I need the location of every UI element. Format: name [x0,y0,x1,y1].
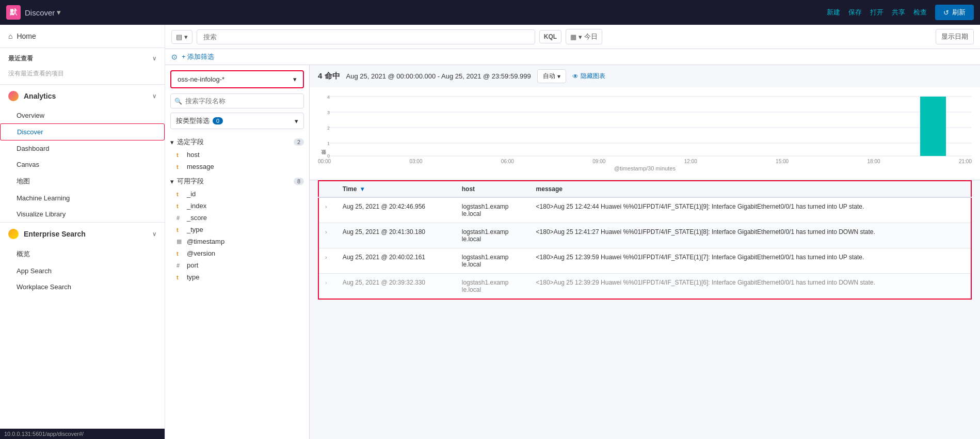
sidebar-item-discover[interactable]: Discover [0,123,165,140]
fields-search-input[interactable] [170,93,304,108]
type-filter[interactable]: 按类型筛选 0 ▾ [170,113,304,129]
date-label: 今日 [584,32,598,41]
new-button[interactable]: 新建 [827,5,840,20]
field-timestamp[interactable]: ▦ @timestamp [165,236,309,247]
field-message[interactable]: t message [165,161,309,173]
field-score[interactable]: # _score [165,212,309,224]
field-name: @timestamp [187,238,224,245]
row-host: logstash1.example.local [456,274,530,300]
sidebar-item-ml[interactable]: Machine Learning [0,190,165,206]
hide-chart-button[interactable]: 👁 隐藏图表 [572,72,605,81]
expand-cell[interactable]: › [318,197,336,223]
field-type-icon: t [176,227,184,233]
svg-text:0: 0 [327,153,330,159]
available-label: 可用字段 [177,177,204,186]
row-time: Aug 25, 2021 @ 20:41:30.180 [336,223,456,248]
col-message: message [530,181,971,197]
open-button[interactable]: 打开 [870,5,883,20]
sidebar-item-appsearch[interactable]: App Search [0,263,165,279]
field-name: port [187,261,198,269]
app-title: Discover ▾ [25,8,61,17]
eye-icon: 👁 [572,73,579,80]
field-version[interactable]: t @version [165,247,309,259]
table-row: › Aug 25, 2021 @ 20:41:30.180 logstash1.… [318,223,971,248]
field-name: type [187,273,200,281]
col-time[interactable]: Time ▾ [336,181,456,197]
discover-body: oss-ne-infolog-* ▾ 🔍 按类型筛选 0 ▾ ▾ 选定字段 [165,65,980,439]
add-filter-button[interactable]: + 添加筛选 [182,52,214,61]
time-header: Time [343,185,357,193]
recent-chevron[interactable]: ∨ [152,55,156,62]
field-name: _id [187,190,196,198]
expand-cell[interactable]: › [318,223,336,248]
field-type-icon: t [176,191,184,197]
field-type-icon: ▦ [176,238,184,245]
type-filter-count: 0 [213,117,223,124]
sidebar: ⌂ Home 最近查看 ∨ 没有最近查看的项目 Analytics ∨ Over… [0,25,165,439]
table-row: › Aug 25, 2021 @ 20:39:32.330 logstash1.… [318,274,971,300]
home-nav-item[interactable]: ⌂ Home [0,25,165,48]
refresh-button[interactable]: ↺ 刷新 [935,5,974,20]
expand-icon[interactable]: › [325,254,327,260]
analytics-group: Analytics ∨ Overview Discover Dashboard … [0,84,165,222]
available-fields-header[interactable]: ▾ 可用字段 8 [165,173,309,188]
fields-sidebar: oss-ne-infolog-* ▾ 🔍 按类型筛选 0 ▾ ▾ 选定字段 [165,65,310,439]
analytics-chevron[interactable]: ∨ [152,93,156,100]
sidebar-item-visualize[interactable]: Visualize Library [0,206,165,222]
date-range-display: Aug 25, 2021 @ 00:00:00.000 - Aug 25, 20… [346,72,531,80]
expand-icon[interactable]: › [325,229,327,235]
expand-cell[interactable]: › [318,274,336,300]
field-host[interactable]: t host [165,149,309,161]
auto-button[interactable]: 自动 ▾ [537,69,566,83]
field-type[interactable]: t _type [165,224,309,236]
inspect-button[interactable]: 检查 [913,5,927,20]
hits-count: 4 命中 [318,71,340,81]
filter-reset-icon[interactable]: ⊙ [171,53,178,61]
share-button[interactable]: 共享 [892,5,905,20]
x-label-2: 06:00 [501,159,514,164]
expand-icon[interactable]: › [325,279,327,286]
hide-chart-label: 隐藏图表 [581,72,605,81]
field-id[interactable]: t _id [165,188,309,200]
field-name: _score [187,214,207,222]
index-name: oss-ne-infolog-* [178,75,224,83]
collapse-icon: ▾ [170,138,174,146]
search-input[interactable] [197,29,535,44]
index-selector[interactable]: oss-ne-infolog-* ▾ [170,70,304,88]
x-label-7: 21:00 [959,159,972,164]
content-area: ▤ ▾ KQL ▦ ▾ 今日 显示日期 ⊙ + 添加筛选 oss-ne-info… [165,25,980,439]
sidebar-item-dashboard[interactable]: Dashboard [0,140,165,156]
sidebar-item-overview-ent[interactable]: 概览 [0,245,165,263]
title-chevron[interactable]: ▾ [57,8,61,17]
x-label-3: 09:00 [592,159,605,164]
available-count: 8 [294,178,304,185]
search-filter-button[interactable]: ▤ ▾ [171,30,192,44]
kql-badge[interactable]: KQL [539,30,561,43]
fields-search: 🔍 [170,93,304,108]
sidebar-item-maps[interactable]: 地图 [0,173,165,190]
field-type2[interactable]: t type [165,271,309,283]
chart-time-label: @timestamp/30 minutes [318,164,972,171]
save-button[interactable]: 保存 [848,5,862,20]
enterprise-group-header[interactable]: Enterprise Search ∨ [0,223,165,245]
field-name: @version [187,249,215,257]
show-date-button[interactable]: 显示日期 [936,29,974,44]
expand-cell[interactable]: › [318,248,336,274]
row-message: <180>Aug 25 12:42:44 Huawei %%01IFPDT/4/… [530,197,971,223]
svg-text:2: 2 [327,126,330,131]
sidebar-item-canvas[interactable]: Canvas [0,156,165,173]
selected-fields-header[interactable]: ▾ 选定字段 2 [165,133,309,149]
field-port[interactable]: # port [165,259,309,271]
expand-icon[interactable]: › [325,203,327,210]
field-type-icon: t [176,274,184,280]
calendar-button[interactable]: ▦ ▾ 今日 [566,29,602,44]
sidebar-item-overview[interactable]: Overview [0,107,165,123]
calendar-icon: ▦ [570,33,576,41]
auto-label: 自动 [543,72,555,81]
field-index[interactable]: t _index [165,200,309,212]
analytics-group-header[interactable]: Analytics ∨ [0,85,165,107]
sidebar-item-workplace[interactable]: Workplace Search [0,279,165,295]
enterprise-group: Enterprise Search ∨ 概览 App Search Workpl… [0,222,165,295]
enterprise-chevron[interactable]: ∨ [152,231,156,238]
field-type-icon: # [176,215,184,221]
